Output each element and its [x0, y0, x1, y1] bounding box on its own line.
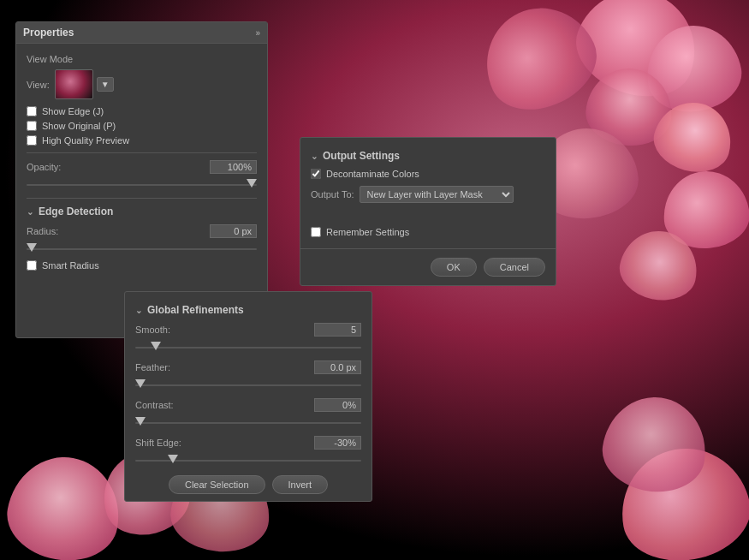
- output-settings-panel: ⌄ Output Settings Decontaminate Colors O…: [300, 137, 556, 286]
- feather-thumb: [135, 379, 146, 388]
- ok-button[interactable]: OK: [431, 258, 477, 277]
- feather-label: Feather:: [135, 362, 170, 372]
- global-refinements-panel: ⌄ Global Refinements Smooth: Feather: Co…: [124, 291, 372, 502]
- contrast-thumb: [135, 417, 146, 426]
- opacity-value[interactable]: [210, 160, 257, 174]
- remember-settings-checkbox[interactable]: [311, 227, 321, 237]
- edge-detection-title: Edge Detection: [39, 206, 113, 217]
- feather-row: Feather:: [135, 360, 361, 374]
- show-original-row: Show Original (P): [27, 121, 257, 131]
- shift-edge-row: Shift Edge:: [135, 436, 361, 450]
- decontaminate-checkbox[interactable]: [311, 169, 321, 179]
- edge-collapse-icon[interactable]: ⌄: [27, 207, 35, 217]
- view-thumbnail[interactable]: [55, 69, 93, 99]
- shift-edge-label: Shift Edge:: [135, 438, 181, 448]
- clear-selection-button[interactable]: Clear Selection: [169, 475, 265, 494]
- shift-edge-slider[interactable]: [135, 453, 361, 467]
- contrast-value[interactable]: [314, 398, 361, 412]
- contrast-slider[interactable]: [135, 415, 361, 429]
- opacity-track: [27, 184, 257, 186]
- smooth-value[interactable]: [314, 323, 361, 337]
- shift-edge-value[interactable]: [314, 436, 361, 450]
- properties-title: Properties: [23, 27, 74, 39]
- smooth-thumb: [151, 342, 161, 350]
- view-mode-row: View: ▼: [27, 69, 257, 99]
- cancel-button[interactable]: Cancel: [484, 258, 545, 277]
- edge-detection-section: ⌄ Edge Detection: [27, 206, 257, 217]
- invert-button[interactable]: Invert: [272, 475, 329, 494]
- global-collapse-icon[interactable]: ⌄: [135, 306, 144, 315]
- properties-header: Properties »: [16, 22, 267, 44]
- opacity-label: Opacity:: [27, 162, 61, 172]
- show-edge-label: Show Edge (J): [42, 106, 104, 116]
- show-original-label: Show Original (P): [42, 121, 116, 131]
- opacity-row: Opacity:: [27, 160, 257, 174]
- remember-settings-label: Remember Settings: [326, 227, 409, 237]
- decontaminate-label: Decontaminate Colors: [326, 169, 419, 179]
- view-dropdown-button[interactable]: ▼: [97, 77, 114, 92]
- high-quality-label: High Quality Preview: [42, 135, 129, 146]
- show-original-checkbox[interactable]: [27, 121, 37, 131]
- output-to-row: Output To: New Layer with Layer Mask Sel…: [311, 186, 545, 203]
- high-quality-row: High Quality Preview: [27, 135, 257, 146]
- radius-row: Radius:: [27, 224, 257, 238]
- contrast-track: [135, 422, 361, 424]
- contrast-row: Contrast:: [135, 398, 361, 412]
- radius-slider[interactable]: [27, 241, 257, 255]
- shift-edge-thumb: [168, 455, 178, 463]
- global-refinements-title: Global Refinements: [147, 304, 244, 316]
- radius-value[interactable]: [210, 224, 257, 238]
- smart-radius-row: Smart Radius: [27, 260, 257, 271]
- radius-track: [27, 248, 257, 250]
- feather-track: [135, 384, 361, 386]
- show-edge-checkbox[interactable]: [27, 106, 37, 116]
- divider-2: [27, 198, 257, 199]
- view-label-text: View:: [27, 80, 50, 90]
- output-collapse-icon[interactable]: ⌄: [311, 152, 319, 161]
- output-settings-section: ⌄ Output Settings: [311, 150, 545, 162]
- high-quality-checkbox[interactable]: [27, 135, 37, 146]
- global-refinements-section: ⌄ Global Refinements: [135, 304, 361, 316]
- dialog-buttons: OK Cancel: [300, 248, 556, 285]
- action-buttons: Clear Selection Invert: [135, 475, 361, 494]
- remember-settings-row: Remember Settings: [311, 227, 545, 237]
- smart-radius-checkbox[interactable]: [27, 260, 37, 271]
- smooth-label: Smooth:: [135, 325, 170, 335]
- output-settings-title: Output Settings: [323, 150, 400, 162]
- opacity-slider[interactable]: [27, 177, 257, 191]
- smooth-row: Smooth:: [135, 323, 361, 337]
- smooth-slider[interactable]: [135, 340, 361, 354]
- panel-expand-icon[interactable]: »: [255, 28, 260, 38]
- opacity-thumb: [247, 179, 257, 188]
- radius-thumb: [27, 243, 37, 252]
- output-to-select[interactable]: New Layer with Layer Mask Selection Laye…: [360, 186, 514, 203]
- show-edge-row: Show Edge (J): [27, 106, 257, 116]
- divider-1: [27, 152, 257, 153]
- feather-slider[interactable]: [135, 378, 361, 391]
- feather-value[interactable]: [314, 360, 361, 374]
- decontaminate-row: Decontaminate Colors: [311, 169, 545, 179]
- contrast-label: Contrast:: [135, 400, 174, 410]
- smart-radius-label: Smart Radius: [42, 260, 99, 271]
- smooth-track: [135, 347, 361, 349]
- radius-label: Radius:: [27, 226, 58, 236]
- view-mode-label: View Mode: [27, 54, 257, 64]
- output-to-label: Output To:: [311, 189, 354, 200]
